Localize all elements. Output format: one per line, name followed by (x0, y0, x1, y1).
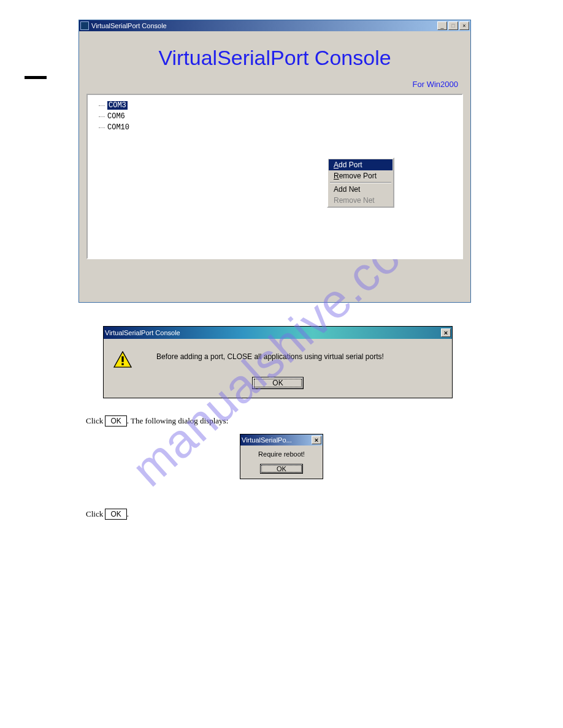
instruction-text-1: Click OK. The following dialog displays: (86, 415, 477, 427)
warning-dialog-text: Before adding a port, CLOSE all applicat… (156, 350, 384, 361)
warning-dialog-title: VirtualSerialPort Console (105, 329, 180, 336)
reboot-dialog-ok[interactable]: OK (260, 464, 303, 474)
main-titlebar: VirtualSerialPort Console _ □ × (79, 20, 470, 31)
window-controls: _ □ × (436, 21, 469, 30)
warning-dialog-ok[interactable]: OK (252, 377, 304, 389)
tree-item-com10[interactable]: COM10 (99, 122, 451, 133)
banner: VirtualSerialPort Console For Win2000 (79, 31, 470, 93)
ctx-add-net[interactable]: Add Net (329, 184, 393, 195)
reboot-dialog-text: Require reboot! (240, 446, 323, 460)
svg-rect-1 (121, 356, 123, 362)
status-area (79, 267, 470, 302)
reboot-dialog-titlebar: VirtualSerialPo... × (240, 434, 323, 446)
tree-item-com3[interactable]: COM3 (99, 100, 451, 111)
maximize-button[interactable]: □ (448, 21, 458, 30)
context-menu: Add Port Remove Port Add Net Remove Net (327, 157, 394, 208)
minimize-button[interactable]: _ (437, 21, 447, 30)
tree-panel: COM3 COM6 COM10 Add Port Remove Port Add… (86, 94, 463, 259)
close-button[interactable]: × (459, 21, 469, 30)
reboot-dialog: VirtualSerialPo... × Require reboot! OK (240, 434, 323, 479)
app-icon (80, 21, 89, 30)
reboot-dialog-close[interactable]: × (312, 436, 321, 444)
inline-ok-2: OK (105, 509, 126, 520)
page-content: VirtualSerialPort Console _ □ × VirtualS… (0, 0, 563, 542)
warning-dialog-close[interactable]: × (441, 328, 451, 337)
reboot-dialog-title: VirtualSerialPo... (242, 436, 292, 444)
banner-title: VirtualSerialPort Console (79, 31, 470, 70)
ctx-remove-net: Remove Net (329, 195, 393, 206)
warning-dialog: VirtualSerialPort Console × Before addin… (103, 326, 453, 398)
warning-icon (113, 351, 132, 368)
ctx-add-port[interactable]: Add Port (329, 159, 393, 170)
tree-item-com6[interactable]: COM6 (99, 111, 451, 122)
main-window: VirtualSerialPort Console _ □ × VirtualS… (79, 20, 471, 303)
svg-rect-2 (121, 363, 123, 365)
main-titlebar-text: VirtualSerialPort Console (91, 22, 167, 29)
inline-ok-1: OK (105, 415, 126, 427)
instruction-text-2: Click OK. (86, 509, 477, 520)
ctx-remove-port[interactable]: Remove Port (329, 170, 393, 181)
ctx-separator (330, 182, 391, 183)
banner-subtitle: For Win2000 (413, 80, 458, 89)
warning-dialog-titlebar: VirtualSerialPort Console × (104, 327, 452, 339)
decorative-bar (25, 76, 47, 79)
